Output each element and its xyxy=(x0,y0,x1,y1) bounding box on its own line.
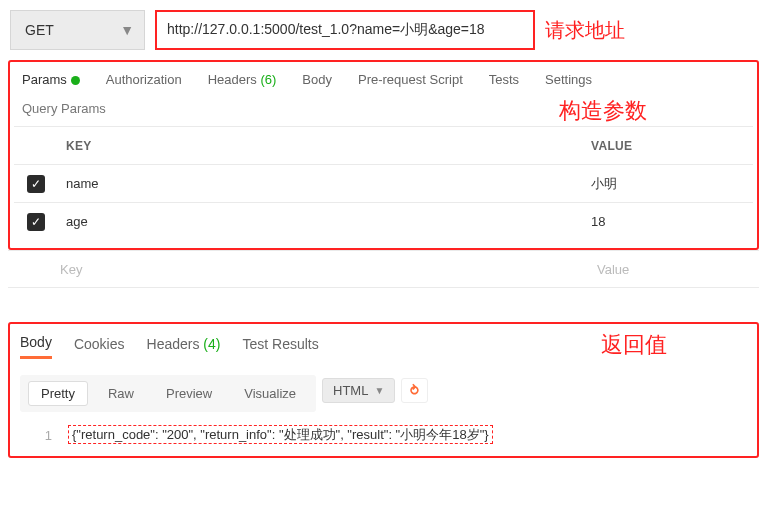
response-view-toolbar: Pretty Raw Preview Visualize xyxy=(20,375,316,412)
resp-tab-testresults[interactable]: Test Results xyxy=(242,336,318,358)
resp-tab-body[interactable]: Body xyxy=(20,334,52,359)
param-value-input[interactable]: 小明 xyxy=(583,175,753,193)
resp-tab-headers[interactable]: Headers (4) xyxy=(147,336,221,358)
wrap-lines-icon[interactable]: ⥁ xyxy=(401,378,428,403)
col-key-header: KEY xyxy=(58,139,583,153)
tab-params-label: Params xyxy=(22,72,67,87)
resp-tab-cookies[interactable]: Cookies xyxy=(74,336,125,358)
param-key-placeholder[interactable]: Key xyxy=(52,262,589,277)
view-pretty-button[interactable]: Pretty xyxy=(28,381,88,406)
tab-params[interactable]: Params xyxy=(22,72,80,87)
request-top-bar: GET ▼ http://127.0.0.1:5000/test_1.0?nam… xyxy=(0,0,767,60)
headers-count: (6) xyxy=(260,72,276,87)
tab-headers[interactable]: Headers (6) xyxy=(208,72,277,87)
request-url-input[interactable]: http://127.0.0.1:5000/test_1.0?name=小明&a… xyxy=(155,10,535,50)
param-checkbox[interactable]: ✓ xyxy=(27,213,45,231)
http-method-select[interactable]: GET ▼ xyxy=(10,10,145,50)
response-format-value: HTML xyxy=(333,383,368,398)
query-header-row: KEY VALUE xyxy=(14,126,753,164)
request-panel: 构造参数 Params Authorization Headers (6) Bo… xyxy=(8,60,759,250)
response-format-select[interactable]: HTML ▼ xyxy=(322,378,395,403)
param-value-input[interactable]: 18 xyxy=(583,214,753,229)
param-checkbox[interactable]: ✓ xyxy=(27,175,45,193)
param-key-input[interactable]: age xyxy=(58,214,583,229)
tab-headers-label: Headers xyxy=(208,72,257,87)
tab-authorization[interactable]: Authorization xyxy=(106,72,182,87)
tab-prerequest[interactable]: Pre-request Script xyxy=(358,72,463,87)
table-row: ✓ age 18 xyxy=(14,202,753,240)
request-url-text: http://127.0.0.1:5000/test_1.0?name=小明&a… xyxy=(167,21,485,39)
response-body-line: 1 {"return_code": "200", "return_info": … xyxy=(20,412,747,448)
tab-settings[interactable]: Settings xyxy=(545,72,592,87)
resp-headers-count: (4) xyxy=(203,336,220,352)
view-raw-button[interactable]: Raw xyxy=(96,382,146,405)
annotation-params: 构造参数 xyxy=(559,96,647,126)
view-visualize-button[interactable]: Visualize xyxy=(232,382,308,405)
resp-tab-headers-label: Headers xyxy=(147,336,200,352)
tab-tests[interactable]: Tests xyxy=(489,72,519,87)
dot-icon xyxy=(71,76,80,85)
response-panel: 返回值 Body Cookies Headers (4) Test Result… xyxy=(8,322,759,458)
table-row-placeholder: Key Value xyxy=(8,250,759,288)
param-key-input[interactable]: name xyxy=(58,176,583,191)
annotation-response: 返回值 xyxy=(601,330,667,360)
http-method-value: GET xyxy=(25,22,54,38)
param-value-placeholder[interactable]: Value xyxy=(589,262,759,277)
tab-body[interactable]: Body xyxy=(302,72,332,87)
annotation-url: 请求地址 xyxy=(545,17,625,44)
table-row: ✓ name 小明 xyxy=(14,164,753,202)
col-value-header: VALUE xyxy=(583,139,753,153)
response-body-text: {"return_code": "200", "return_info": "处… xyxy=(68,425,493,444)
line-number: 1 xyxy=(36,428,52,443)
view-preview-button[interactable]: Preview xyxy=(154,382,224,405)
chevron-down-icon: ▼ xyxy=(374,385,384,396)
request-tabs: Params Authorization Headers (6) Body Pr… xyxy=(14,66,753,97)
chevron-down-icon: ▼ xyxy=(120,22,134,38)
